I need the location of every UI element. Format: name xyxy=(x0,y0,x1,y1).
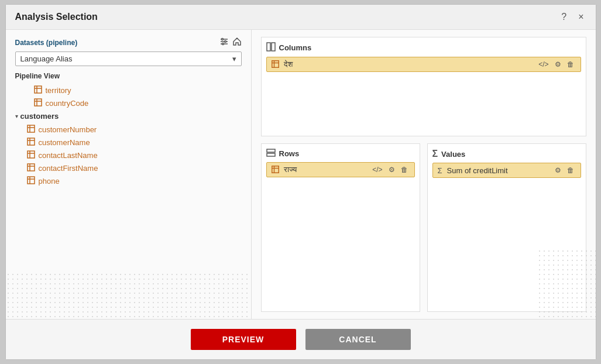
svg-rect-6 xyxy=(35,86,42,93)
chip-delete-button-rajya[interactable]: 🗑 xyxy=(399,165,410,174)
left-panel: Datasets (pipeline) xyxy=(6,30,252,319)
chip-code-button-desh[interactable]: </> xyxy=(537,60,550,69)
table-icon-customernumber xyxy=(27,125,35,134)
close-button[interactable]: × xyxy=(576,11,586,23)
preview-button[interactable]: PREVIEW xyxy=(191,329,296,350)
values-label: Values xyxy=(441,150,465,159)
svg-rect-24 xyxy=(28,177,35,184)
tree-item-countrycode[interactable]: countryCode xyxy=(34,97,242,109)
chip-gear-button-rajya[interactable]: ⚙ xyxy=(387,165,397,174)
svg-point-5 xyxy=(222,43,224,45)
chevron-down-icon: ▾ xyxy=(15,113,18,119)
svg-rect-18 xyxy=(28,151,35,158)
help-button[interactable]: ? xyxy=(559,11,569,23)
sigma-icon: Σ xyxy=(432,149,438,159)
svg-rect-32 xyxy=(267,149,275,152)
right-panel: Columns देश </> ⚙ 🗑 xyxy=(252,30,596,319)
svg-point-3 xyxy=(221,39,223,40)
table-icon-countrycode xyxy=(34,98,42,108)
chip-label-desh: देश xyxy=(284,60,534,69)
dialog-footer: PREVIEW CANCEL xyxy=(6,319,596,359)
svg-rect-27 xyxy=(267,43,270,51)
chip-actions-rajya: </> ⚙ 🗑 xyxy=(370,165,409,174)
dropdown-arrow-icon: ▾ xyxy=(232,54,236,63)
svg-rect-21 xyxy=(28,164,35,171)
tree-container: territory countryCode xyxy=(15,84,242,312)
svg-rect-15 xyxy=(28,138,35,145)
chip-table-icon-rajya xyxy=(272,166,279,174)
chip-actions-desh: </> ⚙ 🗑 xyxy=(537,60,575,69)
chip-sigma-icon-creditlimit: Σ xyxy=(438,166,442,175)
columns-label: Columns xyxy=(279,43,312,52)
rows-icon xyxy=(266,149,276,159)
tree-label-customernumber: customerNumber xyxy=(39,125,97,134)
column-chip-desh[interactable]: देश </> ⚙ 🗑 xyxy=(266,57,581,72)
customers-group: ▾ customers custom xyxy=(15,109,242,187)
dialog-title: Analysis Selection xyxy=(15,12,98,22)
rows-values-row: Rows राज्य </> ⚙ xyxy=(261,143,586,312)
table-icon-customername xyxy=(27,138,35,147)
columns-section: Columns देश </> ⚙ 🗑 xyxy=(261,37,586,136)
filter-icon-button[interactable] xyxy=(219,37,229,48)
chip-code-button-rajya[interactable]: </> xyxy=(370,165,384,174)
dialog-body: Datasets (pipeline) xyxy=(6,30,596,319)
chip-actions-creditlimit: ⚙ 🗑 xyxy=(553,166,576,175)
svg-rect-34 xyxy=(272,166,279,173)
tree-label-contactfirstname: contactFirstName xyxy=(39,164,98,173)
svg-rect-9 xyxy=(35,99,42,106)
customers-children: customerNumber customerName xyxy=(27,123,242,187)
chip-delete-button-desh[interactable]: 🗑 xyxy=(565,60,576,69)
dropdown-selected: Language Alias xyxy=(20,54,73,63)
pipeline-view-label: Pipeline View xyxy=(15,72,242,80)
tree-label-customername: customerName xyxy=(39,138,90,147)
values-section: Σ Values Σ Sum of creditLimit ⚙ 🗑 xyxy=(427,143,586,312)
home-icon xyxy=(232,37,242,46)
columns-icon xyxy=(266,42,276,53)
tree-item-customername[interactable]: customerName xyxy=(27,136,242,149)
value-chip-creditlimit[interactable]: Σ Sum of creditLimit ⚙ 🗑 xyxy=(432,163,581,178)
svg-rect-12 xyxy=(28,125,35,132)
chip-gear-button-creditlimit[interactable]: ⚙ xyxy=(553,166,563,175)
rows-label: Rows xyxy=(279,149,300,158)
customers-group-header[interactable]: ▾ customers xyxy=(15,109,242,123)
rows-section: Rows राज्य </> ⚙ xyxy=(261,143,420,312)
tree-item-territory[interactable]: territory xyxy=(34,84,242,97)
chip-gear-button-desh[interactable]: ⚙ xyxy=(553,60,563,69)
tree-label-territory: territory xyxy=(46,86,71,95)
tree-item-customernumber[interactable]: customerNumber xyxy=(27,123,242,136)
tree-item-contactfirstname[interactable]: contactFirstName xyxy=(27,162,242,174)
filter-icon xyxy=(219,37,229,46)
svg-rect-29 xyxy=(272,60,279,67)
svg-rect-33 xyxy=(267,153,275,156)
values-header: Σ Values xyxy=(432,149,581,159)
table-icon-contactlastname xyxy=(27,150,35,160)
svg-rect-28 xyxy=(272,43,275,51)
tree-label-phone: phone xyxy=(39,177,60,186)
row-chip-rajya[interactable]: राज्य </> ⚙ 🗑 xyxy=(266,162,415,177)
tree-label-countrycode: countryCode xyxy=(46,99,89,108)
chip-delete-button-creditlimit[interactable]: 🗑 xyxy=(565,166,576,175)
table-icon-territory xyxy=(34,85,42,95)
datasets-label-row: Datasets (pipeline) xyxy=(15,37,242,48)
table-icon-phone xyxy=(27,176,35,186)
rows-header: Rows xyxy=(266,149,415,159)
columns-header: Columns xyxy=(266,42,581,53)
chip-table-icon-desh xyxy=(272,60,279,69)
chip-label-creditlimit: Sum of creditLimit xyxy=(447,166,550,175)
table-icon-contactfirstname xyxy=(27,163,35,173)
home-icon-button[interactable] xyxy=(232,37,242,48)
datasets-label: Datasets (pipeline) xyxy=(15,39,78,47)
svg-point-4 xyxy=(224,41,226,43)
datasets-icon-group xyxy=(219,37,242,48)
chip-label-rajya: राज्य xyxy=(284,165,368,174)
header-actions: ? × xyxy=(559,11,586,23)
cancel-button[interactable]: CANCEL xyxy=(305,329,411,350)
tree-label-contactlastname: contactLastName xyxy=(39,151,98,160)
dialog-header: Analysis Selection ? × xyxy=(6,5,596,30)
tree-item-contactlastname[interactable]: contactLastName xyxy=(27,149,242,162)
customers-group-label: customers xyxy=(20,112,59,121)
tree-item-phone[interactable]: phone xyxy=(27,174,242,187)
dataset-dropdown[interactable]: Language Alias ▾ xyxy=(15,51,242,66)
analysis-selection-dialog: Analysis Selection ? × Datasets (pipelin… xyxy=(5,4,596,360)
